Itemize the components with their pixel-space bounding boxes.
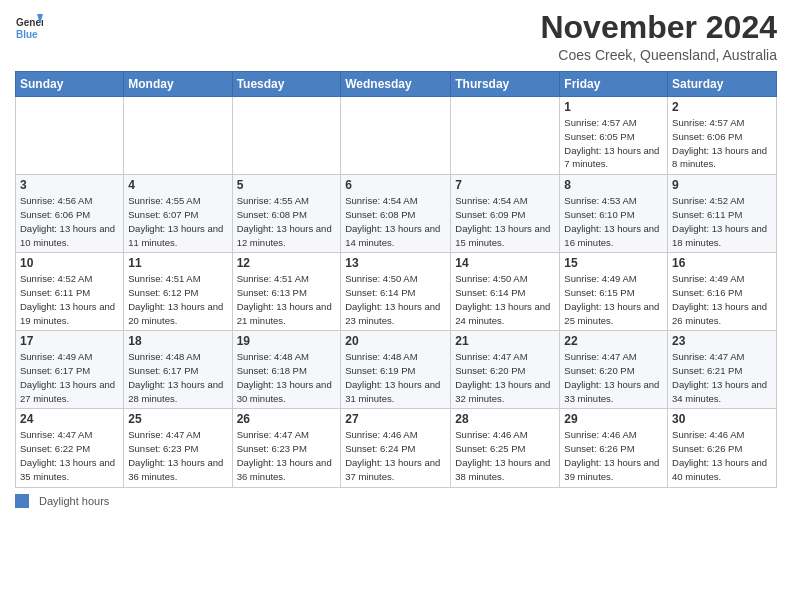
- table-row: [341, 97, 451, 175]
- table-row: 2Sunrise: 4:57 AMSunset: 6:06 PMDaylight…: [668, 97, 777, 175]
- calendar-week-3: 10Sunrise: 4:52 AMSunset: 6:11 PMDayligh…: [16, 253, 777, 331]
- table-row: 14Sunrise: 4:50 AMSunset: 6:14 PMDayligh…: [451, 253, 560, 331]
- month-title: November 2024: [540, 10, 777, 45]
- day-info: Sunrise: 4:47 AMSunset: 6:22 PMDaylight:…: [20, 428, 119, 483]
- day-info: Sunrise: 4:46 AMSunset: 6:26 PMDaylight:…: [564, 428, 663, 483]
- col-sunday: Sunday: [16, 72, 124, 97]
- day-number: 13: [345, 256, 446, 270]
- day-number: 21: [455, 334, 555, 348]
- day-number: 18: [128, 334, 227, 348]
- col-saturday: Saturday: [668, 72, 777, 97]
- table-row: 12Sunrise: 4:51 AMSunset: 6:13 PMDayligh…: [232, 253, 341, 331]
- table-row: 3Sunrise: 4:56 AMSunset: 6:06 PMDaylight…: [16, 175, 124, 253]
- day-number: 23: [672, 334, 772, 348]
- day-number: 8: [564, 178, 663, 192]
- day-number: 14: [455, 256, 555, 270]
- table-row: 4Sunrise: 4:55 AMSunset: 6:07 PMDaylight…: [124, 175, 232, 253]
- day-number: 3: [20, 178, 119, 192]
- day-info: Sunrise: 4:57 AMSunset: 6:06 PMDaylight:…: [672, 116, 772, 171]
- table-row: 28Sunrise: 4:46 AMSunset: 6:25 PMDayligh…: [451, 409, 560, 487]
- logo-blue-text: Blue: [16, 29, 38, 40]
- day-info: Sunrise: 4:57 AMSunset: 6:05 PMDaylight:…: [564, 116, 663, 171]
- day-info: Sunrise: 4:47 AMSunset: 6:20 PMDaylight:…: [455, 350, 555, 405]
- day-number: 28: [455, 412, 555, 426]
- day-number: 11: [128, 256, 227, 270]
- day-info: Sunrise: 4:46 AMSunset: 6:25 PMDaylight:…: [455, 428, 555, 483]
- header: General Blue November 2024 Coes Creek, Q…: [15, 10, 777, 63]
- day-number: 15: [564, 256, 663, 270]
- day-info: Sunrise: 4:49 AMSunset: 6:16 PMDaylight:…: [672, 272, 772, 327]
- calendar: Sunday Monday Tuesday Wednesday Thursday…: [15, 71, 777, 487]
- day-info: Sunrise: 4:47 AMSunset: 6:23 PMDaylight:…: [128, 428, 227, 483]
- calendar-week-5: 24Sunrise: 4:47 AMSunset: 6:22 PMDayligh…: [16, 409, 777, 487]
- day-number: 19: [237, 334, 337, 348]
- day-number: 7: [455, 178, 555, 192]
- day-info: Sunrise: 4:49 AMSunset: 6:15 PMDaylight:…: [564, 272, 663, 327]
- table-row: 10Sunrise: 4:52 AMSunset: 6:11 PMDayligh…: [16, 253, 124, 331]
- col-monday: Monday: [124, 72, 232, 97]
- day-number: 10: [20, 256, 119, 270]
- table-row: 19Sunrise: 4:48 AMSunset: 6:18 PMDayligh…: [232, 331, 341, 409]
- col-friday: Friday: [560, 72, 668, 97]
- title-block: November 2024 Coes Creek, Queensland, Au…: [540, 10, 777, 63]
- day-number: 29: [564, 412, 663, 426]
- table-row: 30Sunrise: 4:46 AMSunset: 6:26 PMDayligh…: [668, 409, 777, 487]
- day-info: Sunrise: 4:53 AMSunset: 6:10 PMDaylight:…: [564, 194, 663, 249]
- table-row: 26Sunrise: 4:47 AMSunset: 6:23 PMDayligh…: [232, 409, 341, 487]
- table-row: [232, 97, 341, 175]
- day-number: 4: [128, 178, 227, 192]
- day-info: Sunrise: 4:50 AMSunset: 6:14 PMDaylight:…: [345, 272, 446, 327]
- day-number: 20: [345, 334, 446, 348]
- page: General Blue November 2024 Coes Creek, Q…: [0, 0, 792, 612]
- day-info: Sunrise: 4:54 AMSunset: 6:08 PMDaylight:…: [345, 194, 446, 249]
- footer-label: Daylight hours: [39, 495, 109, 507]
- calendar-week-2: 3Sunrise: 4:56 AMSunset: 6:06 PMDaylight…: [16, 175, 777, 253]
- table-row: 27Sunrise: 4:46 AMSunset: 6:24 PMDayligh…: [341, 409, 451, 487]
- col-wednesday: Wednesday: [341, 72, 451, 97]
- day-info: Sunrise: 4:46 AMSunset: 6:24 PMDaylight:…: [345, 428, 446, 483]
- day-info: Sunrise: 4:54 AMSunset: 6:09 PMDaylight:…: [455, 194, 555, 249]
- day-info: Sunrise: 4:48 AMSunset: 6:17 PMDaylight:…: [128, 350, 227, 405]
- day-number: 16: [672, 256, 772, 270]
- table-row: 15Sunrise: 4:49 AMSunset: 6:15 PMDayligh…: [560, 253, 668, 331]
- day-info: Sunrise: 4:47 AMSunset: 6:20 PMDaylight:…: [564, 350, 663, 405]
- logo: General Blue: [15, 14, 43, 42]
- table-row: 22Sunrise: 4:47 AMSunset: 6:20 PMDayligh…: [560, 331, 668, 409]
- day-info: Sunrise: 4:56 AMSunset: 6:06 PMDaylight:…: [20, 194, 119, 249]
- day-info: Sunrise: 4:55 AMSunset: 6:07 PMDaylight:…: [128, 194, 227, 249]
- table-row: 20Sunrise: 4:48 AMSunset: 6:19 PMDayligh…: [341, 331, 451, 409]
- table-row: 29Sunrise: 4:46 AMSunset: 6:26 PMDayligh…: [560, 409, 668, 487]
- table-row: 16Sunrise: 4:49 AMSunset: 6:16 PMDayligh…: [668, 253, 777, 331]
- day-number: 2: [672, 100, 772, 114]
- day-info: Sunrise: 4:48 AMSunset: 6:18 PMDaylight:…: [237, 350, 337, 405]
- table-row: [124, 97, 232, 175]
- table-row: 23Sunrise: 4:47 AMSunset: 6:21 PMDayligh…: [668, 331, 777, 409]
- calendar-week-1: 1Sunrise: 4:57 AMSunset: 6:05 PMDaylight…: [16, 97, 777, 175]
- calendar-header-row: Sunday Monday Tuesday Wednesday Thursday…: [16, 72, 777, 97]
- table-row: [16, 97, 124, 175]
- day-number: 1: [564, 100, 663, 114]
- day-info: Sunrise: 4:50 AMSunset: 6:14 PMDaylight:…: [455, 272, 555, 327]
- footer-color-box: [15, 494, 29, 508]
- day-info: Sunrise: 4:52 AMSunset: 6:11 PMDaylight:…: [672, 194, 772, 249]
- table-row: 17Sunrise: 4:49 AMSunset: 6:17 PMDayligh…: [16, 331, 124, 409]
- day-number: 27: [345, 412, 446, 426]
- day-number: 12: [237, 256, 337, 270]
- day-number: 6: [345, 178, 446, 192]
- day-number: 5: [237, 178, 337, 192]
- day-number: 24: [20, 412, 119, 426]
- day-number: 22: [564, 334, 663, 348]
- table-row: 25Sunrise: 4:47 AMSunset: 6:23 PMDayligh…: [124, 409, 232, 487]
- col-tuesday: Tuesday: [232, 72, 341, 97]
- table-row: 9Sunrise: 4:52 AMSunset: 6:11 PMDaylight…: [668, 175, 777, 253]
- calendar-week-4: 17Sunrise: 4:49 AMSunset: 6:17 PMDayligh…: [16, 331, 777, 409]
- day-info: Sunrise: 4:48 AMSunset: 6:19 PMDaylight:…: [345, 350, 446, 405]
- footer: Daylight hours: [15, 494, 777, 508]
- day-info: Sunrise: 4:51 AMSunset: 6:13 PMDaylight:…: [237, 272, 337, 327]
- day-number: 17: [20, 334, 119, 348]
- day-info: Sunrise: 4:47 AMSunset: 6:23 PMDaylight:…: [237, 428, 337, 483]
- day-number: 9: [672, 178, 772, 192]
- location: Coes Creek, Queensland, Australia: [540, 47, 777, 63]
- day-number: 26: [237, 412, 337, 426]
- table-row: 11Sunrise: 4:51 AMSunset: 6:12 PMDayligh…: [124, 253, 232, 331]
